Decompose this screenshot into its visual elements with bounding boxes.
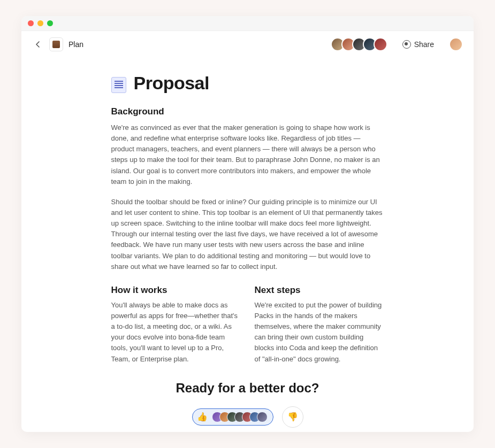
thumbs-down-icon: 👎 [287,412,298,422]
column-how-it-works: How it works You'll always be able to ma… [111,285,241,365]
title-row: Proposal [111,73,384,94]
document-body: Proposal Background We're as convinced a… [21,57,474,432]
cta-section: Ready for a better doc? 👍 [111,381,384,428]
window-maximize-icon[interactable] [47,20,53,26]
paragraph[interactable]: We're excited to put the power of buildi… [255,300,384,365]
document-content: Proposal Background We're as convinced a… [95,73,400,432]
column-next-steps: Next steps We're excited to put the powe… [255,285,384,365]
back-button[interactable] [32,38,44,50]
window-close-icon[interactable] [28,20,34,26]
thumbs-up-icon: 👍 [197,412,208,422]
paragraph[interactable]: Should the toolbar should be fixed or in… [111,197,384,272]
document-icon[interactable] [111,77,126,93]
window-minimize-icon[interactable] [37,20,43,26]
share-label: Share [414,40,434,49]
app-window: Plan Share Proposal Background We're as … [21,16,474,432]
paragraph[interactable]: We're as convinced as ever that the make… [111,122,384,187]
presence-avatars[interactable] [331,37,387,51]
reaction-voter-avatars [212,412,268,422]
two-column-layout: How it works You'll always be able to ma… [111,285,384,365]
section-heading-next-steps[interactable]: Next steps [255,285,384,296]
section-heading-background[interactable]: Background [111,106,384,117]
reaction-buttons: 👍 👎 [111,406,384,428]
paragraph[interactable]: You'll always be able to make docs as po… [111,300,241,365]
breadcrumb-doc-icon[interactable] [49,37,63,51]
notebook-icon [52,41,60,48]
chevron-left-icon [36,41,40,48]
avatar [257,412,268,422]
cta-title[interactable]: Ready for a better doc? [111,381,384,396]
page-title[interactable]: Proposal [134,73,209,94]
thumbs-up-button[interactable]: 👍 [192,408,273,426]
breadcrumb[interactable]: Plan [68,40,83,49]
share-button[interactable]: Share [402,40,434,49]
thumbs-down-button[interactable]: 👎 [282,406,303,428]
section-heading-how-it-works[interactable]: How it works [111,285,241,296]
globe-icon [402,40,411,49]
top-bar: Plan Share [21,31,474,57]
current-user-avatar[interactable] [449,37,463,51]
window-titlebar [21,16,474,31]
avatar [374,37,387,51]
